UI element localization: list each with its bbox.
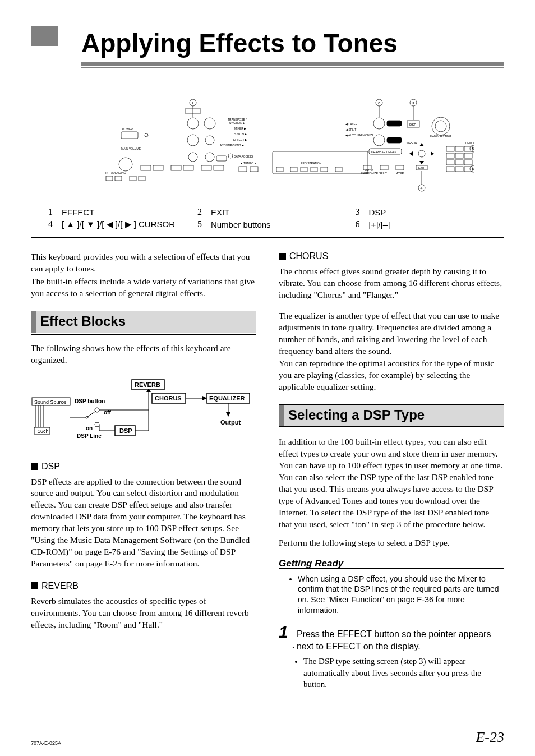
legend-num: 6: [355, 219, 368, 229]
step-text: Press the EFFECT button so the pointer a…: [297, 628, 504, 652]
svg-point-36: [373, 135, 385, 146]
svg-text:▼ TEMPO ▲: ▼ TEMPO ▲: [240, 162, 257, 165]
svg-text:on: on: [86, 425, 93, 431]
svg-rect-63: [455, 146, 463, 151]
svg-point-114: [95, 422, 99, 427]
svg-point-49: [435, 121, 446, 132]
svg-text:◀ AUTO HARMONIZE: ◀ AUTO HARMONIZE: [345, 133, 374, 137]
svg-marker-54: [409, 151, 413, 156]
right-column: CHORUS The chorus effect gives sound gre…: [279, 251, 504, 690]
subhead-chorus: CHORUS: [279, 251, 504, 261]
legend-label-effect: EFFECT: [62, 208, 94, 217]
svg-rect-85: [214, 165, 224, 170]
svg-text:4: 4: [421, 186, 423, 190]
legend-num: 4: [48, 219, 62, 229]
legend-label-dsp: DSP: [368, 208, 386, 217]
svg-point-79: [119, 158, 132, 171]
svg-text:LAYER: LAYER: [395, 172, 404, 175]
legend-num: 3: [355, 207, 368, 217]
footer-page-number: E-23: [476, 729, 504, 746]
svg-point-9: [188, 153, 197, 162]
svg-marker-52: [419, 143, 424, 146]
svg-rect-72: [455, 167, 463, 172]
legend-label-plus-minus: [+]/[–]: [368, 220, 390, 229]
svg-rect-24: [276, 167, 283, 172]
svg-text:off: off: [104, 409, 111, 416]
square-bullet-icon: [279, 253, 286, 260]
selecting-p2: Perform the following steps to select a …: [279, 537, 504, 549]
svg-text:DEMO: DEMO: [465, 141, 474, 145]
square-bullet-icon: [31, 463, 38, 470]
svg-text:EQUALIZER: EQUALIZER: [209, 395, 245, 402]
svg-rect-80: [141, 165, 151, 170]
getting-ready-bullet: When using a DSP effect, you should use …: [298, 574, 504, 616]
svg-rect-65: [446, 153, 454, 158]
step-sub-bullet: The DSP type setting screen (step 3) wil…: [303, 656, 504, 690]
svg-rect-92: [130, 176, 136, 181]
svg-marker-53: [419, 161, 424, 164]
square-bullet-icon: [31, 582, 38, 589]
svg-point-56: [418, 150, 425, 157]
svg-point-21: [228, 154, 233, 158]
svg-text:2: 2: [378, 101, 380, 105]
svg-text:SYNTH ▶: SYNTH ▶: [234, 132, 247, 136]
legend-row-2: 4[ ▲ ]/[ ▼ ]/[ ◀ ]/[ ▶ ] CURSOR 5Number …: [48, 219, 487, 229]
eq-p1: The equalizer is another type of effect …: [279, 310, 504, 357]
svg-rect-90: [106, 176, 113, 181]
legend-num: 2: [197, 207, 211, 217]
step-1: 1 . Press the EFFECT button so the point…: [279, 624, 504, 652]
svg-rect-81: [153, 165, 163, 170]
svg-rect-20: [216, 156, 227, 161]
section-effect-blocks: Effect Blocks: [31, 311, 256, 335]
keyboard-panel-diagram: POWER MAIN VOLUME 1 TRANSPOSE /: [48, 93, 487, 199]
svg-marker-140: [226, 412, 230, 417]
svg-rect-0: [121, 132, 138, 139]
svg-rect-98: [380, 165, 388, 170]
svg-rect-71: [446, 167, 454, 172]
subhead-label: CHORUS: [289, 251, 328, 261]
chorus-body: The chorus effect gives sound greater de…: [279, 266, 504, 301]
title-rule-thin: [81, 67, 504, 68]
svg-text:6: 6: [472, 167, 474, 171]
svg-rect-84: [201, 165, 211, 170]
eq-p2: You can reproduce the optimal acoustics …: [279, 358, 504, 393]
subhead-dsp: DSP: [31, 462, 256, 472]
legend-label-exit: EXIT: [211, 208, 229, 217]
intro-p1: This keyboard provides you with a select…: [31, 251, 256, 275]
section-heading: Effect Blocks: [36, 311, 256, 333]
svg-text:REGISTRATION: REGISTRATION: [301, 162, 322, 165]
svg-rect-68: [446, 160, 454, 165]
svg-text:ACCOMP/SONG ▶: ACCOMP/SONG ▶: [220, 144, 244, 147]
svg-rect-73: [464, 167, 472, 172]
svg-text:MAIN VOLUME: MAIN VOLUME: [121, 147, 141, 150]
svg-text:FUNCTION ▶: FUNCTION ▶: [228, 121, 245, 125]
svg-text:5: 5: [472, 147, 474, 151]
svg-text:DATA ACCESS: DATA ACCESS: [234, 155, 253, 158]
svg-text:REVERB: REVERB: [135, 381, 160, 388]
svg-text:PIANO SETTING: PIANO SETTING: [430, 135, 451, 138]
svg-text:Sound Source: Sound Source: [34, 399, 66, 405]
corner-tab: [31, 26, 58, 46]
svg-rect-86: [239, 167, 247, 172]
title-rule: [81, 62, 504, 66]
selecting-p1: In addition to the 100 built-in effect t…: [279, 436, 504, 530]
legend-num: 1: [48, 207, 62, 217]
svg-text:DSP: DSP: [409, 123, 416, 126]
svg-point-8: [205, 136, 214, 145]
svg-point-48: [432, 117, 450, 135]
svg-point-10: [205, 153, 214, 162]
svg-text:INTRO/ENDING: INTRO/ENDING: [105, 171, 126, 174]
svg-point-6: [204, 118, 215, 129]
svg-marker-129: [146, 389, 151, 392]
footer-code: 707A-E-025A: [31, 740, 61, 746]
svg-rect-91: [115, 176, 122, 181]
svg-rect-67: [464, 153, 472, 158]
svg-text:◀ SPLIT: ◀ SPLIT: [345, 128, 356, 131]
svg-rect-64: [464, 146, 472, 151]
svg-text:SPLIT: SPLIT: [379, 172, 387, 175]
subhead-label: REVERB: [41, 581, 79, 591]
svg-rect-26: [301, 167, 307, 172]
svg-marker-55: [431, 151, 434, 156]
svg-rect-70: [464, 160, 472, 165]
svg-point-113: [86, 416, 88, 418]
